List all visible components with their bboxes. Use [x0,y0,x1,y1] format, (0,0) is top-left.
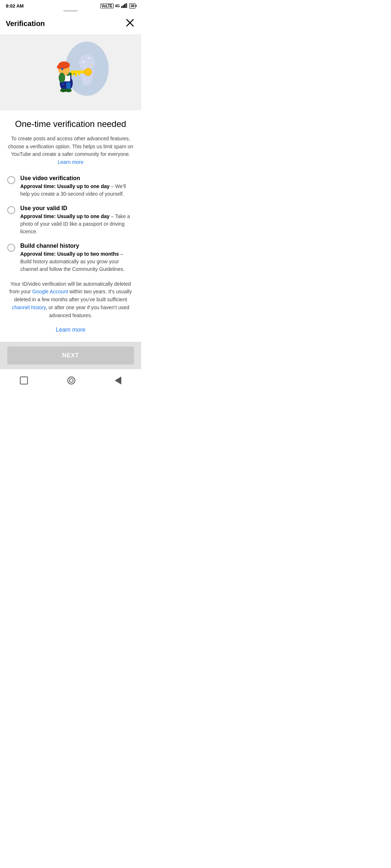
recent-apps-button[interactable] [17,374,31,387]
channel-history-link[interactable]: channel history [12,305,46,310]
option-desc-history: Approval time: Usually up to two months … [20,250,134,273]
radio-history[interactable] [7,244,15,252]
svg-rect-29 [78,73,80,75]
radio-id[interactable] [7,206,15,214]
svg-point-23 [62,69,63,70]
close-button[interactable] [125,17,135,30]
footer-note: Your ID/video verification will be autom… [7,280,134,319]
option-text-video: Use video verification Approval time: Us… [20,175,134,198]
back-icon [115,376,121,384]
square-icon [20,376,28,384]
signal-icon [121,3,128,9]
main-content: One-time verification needed To create p… [0,110,141,342]
option-title-id: Use your valid ID [20,205,134,212]
svg-point-35 [62,83,64,85]
svg-rect-1 [123,5,124,8]
option-desc-id: Approval time: Usually up to one day – T… [20,213,134,235]
battery-icon: 38 [129,3,135,9]
options-section: Use video verification Approval time: Us… [7,175,134,273]
svg-point-30 [59,73,65,83]
option-item-id: Use your valid ID Approval time: Usually… [7,205,134,235]
status-time: 9:02 AM [6,3,24,9]
option-title-history: Build channel history [20,243,134,249]
home-button[interactable] [64,374,78,387]
learn-more-top-link[interactable]: Learn more [58,159,84,165]
svg-rect-2 [124,4,125,8]
svg-rect-28 [75,73,77,76]
svg-text:✦: ✦ [82,60,85,64]
pull-handle [63,10,78,12]
svg-rect-4 [127,3,128,8]
option-text-id: Use your valid ID Approval time: Usually… [20,205,134,235]
network-icon: 4G [115,4,120,8]
svg-point-34 [65,89,72,92]
svg-text:✦: ✦ [88,56,91,60]
next-button-area: NEXT [0,342,141,369]
volte-icon: VoLTE [100,4,113,8]
google-account-link[interactable]: Google Account [32,289,68,294]
option-title-video: Use video verification [20,175,134,182]
hero-illustration: ✦ ✦ ✦ ✦ ✦ [0,34,141,110]
svg-text:✦: ✦ [91,64,93,67]
page-title: Verification [6,20,45,28]
option-text-history: Build channel history Approval time: Usu… [20,243,134,273]
svg-rect-0 [121,6,122,8]
option-item-history: Build channel history Approval time: Usu… [7,243,134,273]
status-bar: 9:02 AM VoLTE 4G 38 [0,0,141,10]
main-description: To create posts and access other advance… [7,135,134,166]
status-icons: VoLTE 4G 38 [100,3,135,9]
next-button[interactable]: NEXT [7,346,134,365]
main-title: One-time verification needed [7,119,134,129]
svg-point-8 [79,55,95,71]
bottom-nav [0,369,141,392]
back-button[interactable] [112,374,124,387]
svg-rect-3 [126,3,127,8]
svg-point-25 [84,68,92,76]
description-text: To create posts and access other advance… [8,136,133,157]
circle-icon [67,376,75,384]
radio-video[interactable] [7,176,15,184]
learn-more-bottom-link[interactable]: Learn more [56,327,85,333]
option-item-video: Use video verification Approval time: Us… [7,175,134,198]
option-desc-video: Approval time: Usually up to one day – W… [20,183,134,198]
header: Verification [0,14,141,34]
svg-rect-27 [72,73,73,76]
